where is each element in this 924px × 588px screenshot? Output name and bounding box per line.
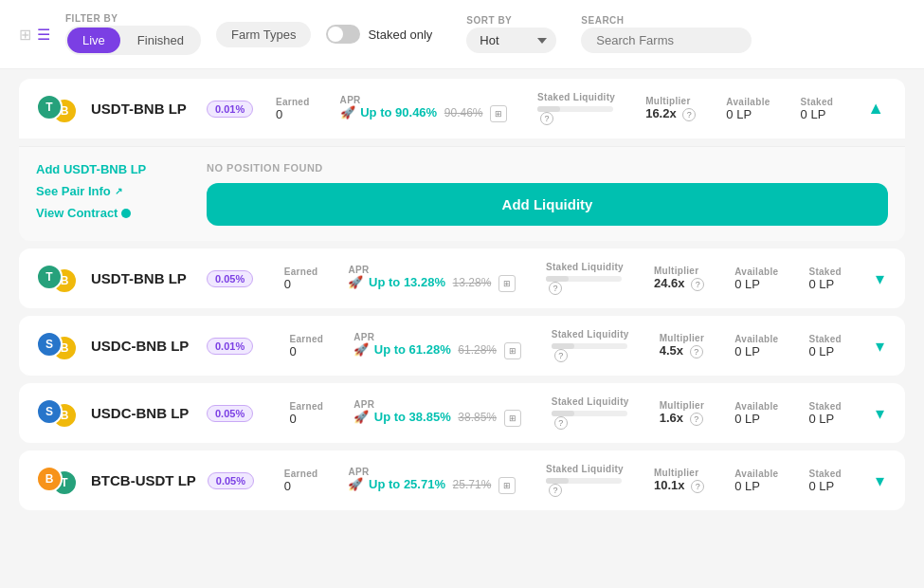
- expand-button[interactable]: ▾: [872, 336, 888, 357]
- farm-name: USDC-BNB LP: [91, 338, 195, 354]
- top-bar: ⊞ ☰ FILTER BY Live Finished Farm Types S…: [0, 0, 924, 69]
- farm-stats: Earned 0 APR 🚀 Up to 13.28% 13.28% ⊞ Sta…: [284, 262, 888, 295]
- farm-row-main: T B USDT-BNB LP 0.01% Earned 0 APR 🚀 Up …: [36, 92, 888, 125]
- staked-label: Staked: [801, 97, 834, 107]
- apr-value: 🚀 Up to 38.85% 38.85% ⊞: [353, 410, 521, 427]
- multiplier-value: 24.6x ?: [654, 276, 704, 291]
- calc-icon[interactable]: ⊞: [490, 105, 507, 122]
- apr-stat: APR 🚀 Up to 90.46% 90.46% ⊞: [340, 95, 508, 122]
- multiplier-label: Multiplier: [654, 468, 698, 478]
- available-label: Available: [726, 97, 770, 107]
- available-label: Available: [734, 401, 778, 412]
- farm-row: B T BTCB-USDT LP 0.05% Earned 0 APR 🚀 Up…: [19, 450, 905, 510]
- apr-up-to: Up to 90.46%: [360, 105, 437, 119]
- search-input[interactable]: [581, 28, 752, 53]
- staked-stat: Staked 0 LP: [808, 266, 842, 291]
- apr-up-to: Up to 38.85%: [374, 410, 451, 424]
- staked-value: 0 LP: [808, 277, 834, 291]
- multiplier-label: Multiplier: [660, 333, 704, 343]
- filter-section: FILTER BY Live Finished: [65, 13, 201, 55]
- token-icons: B T: [36, 466, 80, 496]
- add-lp-link[interactable]: Add USDT-BNB LP: [36, 162, 188, 176]
- farm-row-main: S B USDC-BNB LP 0.05% Earned 0 APR 🚀 Up …: [36, 396, 888, 430]
- apr-value: 🚀 Up to 25.71% 25.71% ⊞: [348, 477, 516, 494]
- staked-label: Staked: [808, 266, 842, 277]
- apr-label: APR: [353, 399, 374, 410]
- staked-liq-info-icon[interactable]: ?: [554, 416, 568, 430]
- staked-only-toggle[interactable]: [326, 25, 360, 44]
- calc-icon[interactable]: ⊞: [498, 275, 516, 292]
- panel-right: NO POSITION FOUND Add Liquidity: [207, 162, 888, 226]
- earned-stat: Earned 0: [284, 266, 318, 291]
- multiplier-info-icon[interactable]: ?: [690, 345, 703, 358]
- staked-liq-bar: [546, 478, 622, 484]
- available-value: 0 LP: [726, 107, 752, 121]
- token1-icon: T: [36, 264, 63, 290]
- search-section: SEARCH: [581, 15, 752, 53]
- apr-up-to: Up to 25.71%: [369, 477, 445, 491]
- grid-view-icon[interactable]: ⊞: [19, 26, 31, 44]
- multiplier-stat: Multiplier 1.6x ?: [660, 400, 704, 426]
- apr-label: APR: [340, 95, 361, 105]
- expand-button[interactable]: ▾: [872, 268, 888, 289]
- multiplier-info-icon[interactable]: ?: [691, 480, 704, 493]
- expand-button[interactable]: ▾: [872, 403, 888, 424]
- available-stat: Available 0 LP: [734, 266, 778, 291]
- pair-info-link[interactable]: See Pair Info ↗: [36, 184, 188, 198]
- available-value: 0 LP: [734, 479, 760, 493]
- staked-only-label: Staked only: [368, 28, 432, 42]
- add-liquidity-button[interactable]: Add Liquidity: [207, 183, 888, 226]
- filter-label: FILTER BY: [65, 13, 201, 24]
- apr-value: 🚀 Up to 13.28% 13.28% ⊞: [348, 275, 516, 292]
- tab-finished[interactable]: Finished: [122, 28, 199, 53]
- expand-button[interactable]: ▾: [872, 470, 888, 491]
- earned-label: Earned: [284, 266, 318, 277]
- sort-label: SORT BY: [466, 15, 556, 26]
- multiplier-value: 16.2x ?: [645, 106, 696, 121]
- calc-icon[interactable]: ⊞: [504, 410, 521, 427]
- staked-liq-stat: Staked Liquidity ?: [546, 262, 624, 295]
- available-value: 0 LP: [734, 277, 760, 291]
- staked-liq-info-icon[interactable]: ?: [549, 282, 562, 295]
- available-label: Available: [734, 469, 778, 479]
- staked-stat: Staked 0 LP: [808, 401, 842, 426]
- apr-stat: APR 🚀 Up to 38.85% 38.85% ⊞: [353, 399, 521, 427]
- multiplier-info-icon[interactable]: ?: [682, 108, 696, 121]
- apr-stat: APR 🚀 Up to 25.71% 25.71% ⊞: [348, 467, 516, 494]
- tab-live[interactable]: Live: [67, 28, 120, 53]
- token1-icon: S: [36, 398, 63, 425]
- multiplier-info-icon[interactable]: ?: [690, 413, 703, 426]
- staked-stat: Staked 0 LP: [808, 334, 842, 358]
- apr-stat: APR 🚀 Up to 13.28% 13.28% ⊞: [348, 265, 516, 292]
- calc-icon[interactable]: ⊞: [498, 477, 516, 494]
- multiplier-info-icon[interactable]: ?: [691, 278, 704, 291]
- farm-stats: Earned 0 APR 🚀 Up to 90.46% 90.46% ⊞ Sta…: [276, 92, 888, 125]
- staked-liq-info-icon[interactable]: ?: [540, 112, 553, 125]
- multiplier-label: Multiplier: [654, 266, 698, 276]
- staked-stat: Staked 0 LP: [808, 469, 842, 493]
- farm-types-button[interactable]: Farm Types: [216, 22, 311, 47]
- farm-row-main: S B USDC-BNB LP 0.01% Earned 0 APR 🚀 Up …: [36, 329, 888, 362]
- staked-liq-info-icon[interactable]: ?: [554, 349, 568, 362]
- available-stat: Available 0 LP: [726, 97, 770, 121]
- available-value: 0 LP: [734, 412, 760, 426]
- sort-select[interactable]: Hot APR Multiplier Earned Liquidity: [466, 28, 556, 53]
- calc-icon[interactable]: ⊞: [504, 342, 521, 359]
- multiplier-stat: Multiplier 4.5x ?: [660, 333, 704, 358]
- sort-section: SORT BY Hot APR Multiplier Earned Liquid…: [466, 15, 556, 53]
- list-view-icon[interactable]: ☰: [37, 26, 50, 44]
- farm-row: T B USDT-BNB LP 0.01% Earned 0 APR 🚀 Up …: [19, 79, 905, 138]
- expand-button[interactable]: ▲: [863, 99, 888, 119]
- staked-liq-bar: [552, 411, 627, 416]
- available-label: Available: [734, 266, 778, 277]
- multiplier-label: Multiplier: [645, 96, 690, 106]
- staked-value: 0 LP: [808, 412, 834, 426]
- staked-liq-info-icon[interactable]: ?: [549, 484, 562, 497]
- multiplier-value: 1.6x ?: [660, 411, 703, 426]
- farm-row-main: T B USDT-BNB LP 0.05% Earned 0 APR 🚀 Up …: [36, 262, 888, 295]
- farm-card: T B USDT-BNB LP 0.01% Earned 0 APR 🚀 Up …: [19, 79, 905, 241]
- staked-label: Staked: [808, 401, 842, 412]
- view-contract-link[interactable]: View Contract: [36, 206, 188, 220]
- farm-stats: Earned 0 APR 🚀 Up to 25.71% 25.71% ⊞ Sta…: [284, 464, 888, 497]
- multiplier-value: 4.5x ?: [660, 343, 703, 358]
